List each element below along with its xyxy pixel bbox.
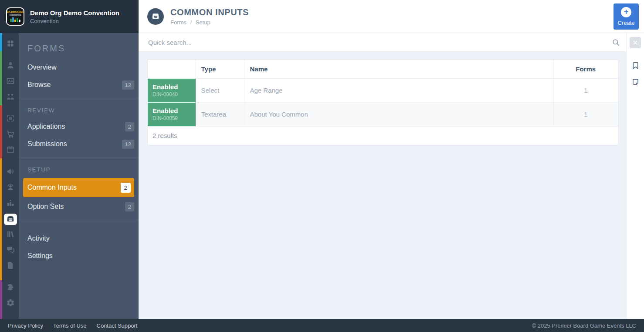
note-icon[interactable] <box>631 78 640 87</box>
logo-text-line2: CONVENTION <box>10 14 21 16</box>
handshake-icon[interactable] <box>2 90 19 105</box>
footer: Privacy PolicyTerms of UseContact Suppor… <box>0 319 644 332</box>
status-label: Enabled <box>153 107 196 114</box>
sidebar-item-label: Submissions <box>27 140 67 148</box>
sidebar-item-option-sets[interactable]: Option Sets2 <box>19 198 139 215</box>
sidebar-section-label: SETUP <box>19 162 139 177</box>
utility-rail <box>626 33 644 319</box>
column-header-Name: Name <box>244 60 553 78</box>
sidebar-item-label: Browse <box>27 81 51 89</box>
breadcrumb-forms[interactable]: Forms <box>170 19 186 26</box>
search-icon[interactable] <box>612 38 620 47</box>
status-id: DIN-00059 <box>153 115 196 121</box>
count-badge: 2 <box>125 202 134 211</box>
sidebar-gap <box>19 225 139 230</box>
name-cell: About You Common <box>244 102 553 126</box>
org-header[interactable]: BOARDGAME CONVENTION Demo Org Demo Conve… <box>0 0 139 33</box>
breadcrumb-separator: / <box>190 19 192 26</box>
status-label: Enabled <box>153 83 196 91</box>
type-cell: Textarea <box>196 102 244 126</box>
footer-link-terms-of-use[interactable]: Terms of Use <box>53 322 87 329</box>
status-cell: Enabled DIN-00040 <box>148 78 196 102</box>
person-icon[interactable] <box>2 58 19 74</box>
person-headset-icon[interactable] <box>2 180 19 196</box>
module-rail <box>0 33 19 319</box>
org-subtitle: Convention <box>30 18 119 24</box>
grid-icon[interactable] <box>2 37 19 52</box>
forms-count-cell: 1 <box>553 78 618 102</box>
books-icon[interactable] <box>2 227 19 243</box>
footer-link-privacy-policy[interactable]: Privacy Policy <box>8 322 43 329</box>
name-cell: Age Range <box>244 78 553 102</box>
results-count: 2 results <box>148 127 618 145</box>
org-title: Demo Org Demo Convention <box>30 9 119 17</box>
sidebar-divider <box>19 98 139 98</box>
count-badge: 2 <box>125 122 134 131</box>
plus-icon: + <box>621 7 631 17</box>
calendar-icon[interactable] <box>2 143 19 158</box>
status-cell: Enabled DIN-00059 <box>148 102 196 126</box>
id-card-icon[interactable] <box>2 74 19 90</box>
sidebar-item-submissions[interactable]: Submissions12 <box>19 135 139 153</box>
sidebar-item-label: Common Inputs <box>27 184 77 191</box>
sidebar-item-label: Applications <box>27 123 65 131</box>
breadcrumb: Forms / Setup <box>170 19 249 26</box>
forms-sidebar: FORMS OverviewBrowse12REVIEWApplications… <box>19 33 139 319</box>
sidebar-item-label: Overview <box>27 64 57 71</box>
megaphone-icon[interactable] <box>2 164 19 180</box>
table-row[interactable]: Enabled DIN-00059 Textarea About You Com… <box>148 102 618 126</box>
gear-icon[interactable] <box>2 296 19 312</box>
sidebar-divider <box>19 220 139 220</box>
sidebar-item-overview[interactable]: Overview <box>19 59 139 76</box>
count-badge: 12 <box>122 80 134 90</box>
app-root: BOARDGAME CONVENTION Demo Org Demo Conve… <box>0 0 644 332</box>
sidebar-divider <box>19 157 139 158</box>
forms-count-cell: 1 <box>553 102 618 126</box>
common-inputs-table: TypeNameForms Enabled DIN-00040 Select A… <box>147 59 619 145</box>
document-icon[interactable] <box>2 258 19 274</box>
footer-link-contact-support[interactable]: Contact Support <box>97 322 138 329</box>
column-header-Forms: Forms <box>553 60 618 78</box>
sidebar-title: FORMS <box>19 33 139 59</box>
inbox-tray-icon[interactable] <box>2 211 19 227</box>
org-logo-icon: BOARDGAME CONVENTION <box>6 7 24 26</box>
status-id: DIN-00040 <box>153 91 196 97</box>
podium-star-icon[interactable] <box>2 196 19 211</box>
logo-art <box>10 17 20 22</box>
column-header-status <box>148 60 196 78</box>
sidebar-item-label: Option Sets <box>27 203 64 211</box>
sidebar-item-label: Settings <box>27 252 53 260</box>
sidebar-section-label: REVIEW <box>19 103 139 118</box>
close-icon[interactable] <box>630 37 641 48</box>
count-badge: 2 <box>121 183 131 193</box>
table-row[interactable]: Enabled DIN-00040 Select Age Range 1 <box>148 78 618 102</box>
content-area: TypeNameForms Enabled DIN-00040 Select A… <box>139 33 626 319</box>
status-badge: Enabled DIN-00040 <box>148 79 196 102</box>
page-header: COMMON INPUTS Forms / Setup <box>139 0 644 33</box>
copyright: © 2025 Premier Board Game Events LLC <box>532 322 636 329</box>
sidebar-item-settings[interactable]: Settings <box>19 247 139 265</box>
count-badge: 12 <box>122 140 134 149</box>
bookmark-icon[interactable] <box>631 61 640 70</box>
scan-icon[interactable] <box>2 111 19 127</box>
search-bar <box>139 33 626 52</box>
cart-icon[interactable] <box>2 127 19 143</box>
status-badge: Enabled DIN-00059 <box>148 103 196 126</box>
sidebar-item-label: Activity <box>27 235 50 242</box>
sidebar-item-common-inputs[interactable]: Common Inputs2 <box>23 178 134 197</box>
sidebar-item-activity[interactable]: Activity <box>19 230 139 247</box>
column-header-Type: Type <box>196 60 244 78</box>
create-button[interactable]: + Create <box>613 3 639 30</box>
page-title: COMMON INPUTS <box>170 7 249 17</box>
breadcrumb-setup[interactable]: Setup <box>196 19 210 26</box>
sidebar-item-applications[interactable]: Applications2 <box>19 118 139 135</box>
type-cell: Select <box>196 78 244 102</box>
chat-bubbles-icon[interactable] <box>2 243 19 258</box>
forms-module-icon <box>147 8 164 25</box>
coins-icon[interactable] <box>2 280 19 296</box>
sidebar-item-browse[interactable]: Browse12 <box>19 76 139 94</box>
logo-text-line1: BOARDGAME <box>6 11 24 14</box>
search-input[interactable] <box>148 39 612 46</box>
create-button-label: Create <box>617 20 634 26</box>
